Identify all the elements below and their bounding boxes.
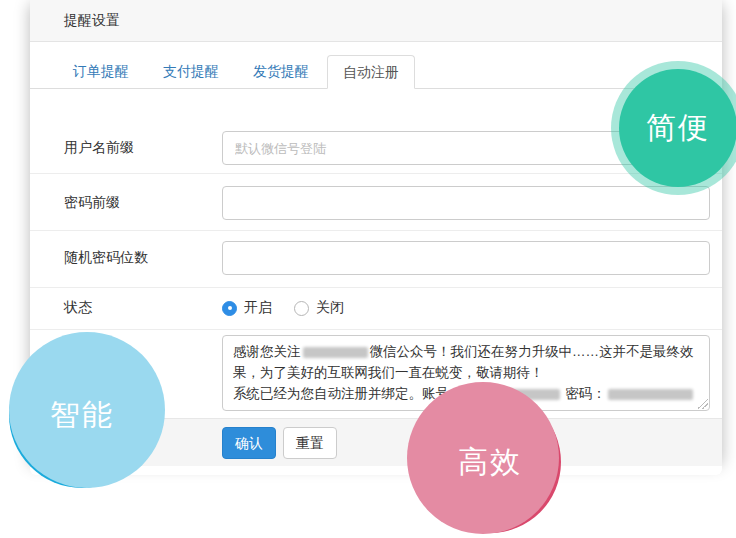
form-row-status: 状态 开启 关闭 xyxy=(30,288,722,330)
status-off-label: 关闭 xyxy=(316,299,344,317)
badge-efficient: 高效 xyxy=(419,391,561,533)
reset-button[interactable]: 重置 xyxy=(283,427,337,459)
panel-title: 提醒设置 xyxy=(64,12,120,30)
form-row-password-prefix: 密码前缀 xyxy=(30,174,722,231)
badge-simple: 简便 xyxy=(619,69,736,187)
tab-order-reminder[interactable]: 订单提醒 xyxy=(57,54,145,88)
tab-shipping-reminder[interactable]: 发货提醒 xyxy=(237,54,325,88)
radio-unchecked-icon[interactable] xyxy=(294,301,309,316)
template-line: 感谢您关注微信公众号！我们还在努力升级中……这并不是最终效 xyxy=(233,341,699,362)
badge-simple-label: 简便 xyxy=(646,108,710,149)
username-prefix-label: 用户名前缀 xyxy=(64,139,222,157)
password-prefix-input[interactable] xyxy=(222,186,710,220)
template-line: 果，为了美好的互联网我们一直在蜕变，敬请期待！ xyxy=(233,362,699,383)
template-text: 系统已经为您自动注册并绑定。账号： xyxy=(233,386,463,401)
status-label: 状态 xyxy=(64,299,222,317)
resize-grip-icon[interactable] xyxy=(698,399,708,409)
status-on-label: 开启 xyxy=(244,299,272,317)
template-text: 微信公众号！我们还在努力升级中……这并不是最终效 xyxy=(370,344,694,359)
badge-efficient-label: 高效 xyxy=(458,442,522,483)
page: 提醒设置 订单提醒 支付提醒 发货提醒 自动注册 用户名前缀 密码前缀 随机密码… xyxy=(0,0,736,538)
confirm-button[interactable]: 确认 xyxy=(222,427,276,459)
panel-header: 提醒设置 xyxy=(30,0,722,42)
template-text: 果，为了美好的互联网我们一直在蜕变，敬请期待！ xyxy=(233,365,544,380)
redacted-text xyxy=(303,347,368,358)
tab-bar: 订单提醒 支付提醒 发货提醒 自动注册 xyxy=(30,42,722,89)
badge-smart-label: 智能 xyxy=(50,395,114,436)
random-password-digits-label: 随机密码位数 xyxy=(64,249,222,267)
badge-smart: 智能 xyxy=(9,342,155,488)
password-prefix-label: 密码前缀 xyxy=(64,194,222,212)
form-row-random-password-digits: 随机密码位数 xyxy=(30,231,722,288)
tab-payment-reminder[interactable]: 支付提醒 xyxy=(147,54,235,88)
template-text: 密码： xyxy=(562,386,606,401)
status-radio-off[interactable]: 关闭 xyxy=(294,299,344,317)
radio-checked-icon[interactable] xyxy=(222,301,237,316)
template-text: 感谢您关注 xyxy=(233,344,301,359)
random-password-digits-input[interactable] xyxy=(222,241,710,275)
tab-auto-register[interactable]: 自动注册 xyxy=(327,55,415,89)
redacted-text xyxy=(608,389,693,400)
status-radio-on[interactable]: 开启 xyxy=(222,299,272,317)
status-radio-group: 开启 关闭 xyxy=(222,299,710,317)
